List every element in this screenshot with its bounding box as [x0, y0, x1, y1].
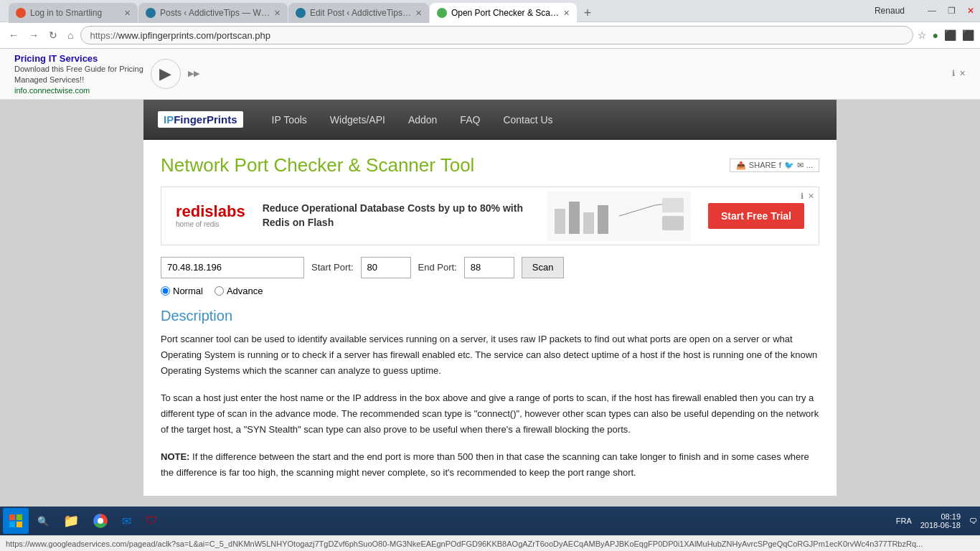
svg-rect-7 [662, 216, 684, 230]
tab-3[interactable]: Edit Post ‹ AddictiveTips… ✕ [288, 3, 429, 23]
ad-chart [547, 191, 691, 241]
ad-cta-button[interactable]: Start Free Trial [708, 203, 804, 229]
forward-button[interactable]: → [26, 29, 42, 41]
taskbar-chrome[interactable] [88, 509, 113, 532]
tab-bar: Log in to Smartling ✕ Posts ‹ AddictiveT… [6, 0, 598, 23]
ad-content: Pricing IT Services Download this Free G… [14, 53, 380, 95]
tab-2[interactable]: Posts ‹ AddictiveTips — W… ✕ [138, 3, 288, 23]
ad-play-button[interactable]: ▶ [151, 59, 181, 89]
taskbar-email[interactable]: ✉ [116, 509, 137, 532]
nav-widgets[interactable]: Widgets/API [319, 100, 397, 140]
tab-label-2: Posts ‹ AddictiveTips — W… [160, 8, 270, 18]
tab-favicon-3 [296, 8, 306, 18]
mode-normal-option[interactable]: Normal [161, 286, 203, 296]
logo-text: IPFingerPrints [164, 113, 237, 126]
extension-icon-1[interactable]: ● [933, 29, 938, 41]
clock-time: 08:19 [920, 512, 961, 521]
end-port-input[interactable] [464, 257, 514, 278]
ip-input[interactable] [161, 257, 304, 278]
close-button[interactable]: ✕ [967, 6, 974, 16]
address-bar-row: ← → ↻ ⌂ https://www.ipfingerprints.com/p… [0, 22, 980, 49]
antivirus-icon: 🛡 [146, 514, 157, 527]
mode-advance-option[interactable]: Advance [215, 286, 263, 296]
share-icon: 📤 [736, 161, 746, 170]
back-button[interactable]: ← [6, 29, 22, 41]
more-icon: ... [806, 161, 813, 169]
tab-close-3[interactable]: ✕ [415, 9, 422, 18]
scan-options: Normal Advance [161, 286, 819, 296]
star-icon[interactable]: ☆ [918, 29, 927, 41]
extension-icon-2[interactable]: ⬛ [944, 29, 956, 41]
home-button[interactable]: ⌂ [65, 29, 76, 41]
taskbar-antivirus[interactable]: 🛡 [140, 509, 163, 532]
mode-normal-radio[interactable] [161, 286, 170, 296]
logo-fp: FingerPrints [174, 113, 237, 126]
clock-date: 2018-06-18 [920, 521, 961, 529]
description-title: Description [161, 308, 819, 324]
note-bold: NOTE: [161, 451, 189, 462]
tab-label-3: Edit Post ‹ AddictiveTips… [310, 8, 411, 18]
description-para2: To scan a host just enter the host name … [161, 390, 819, 438]
ad-info-icon[interactable]: ℹ [952, 69, 955, 78]
mode-advance-radio[interactable] [215, 286, 224, 296]
start-port-input[interactable] [361, 257, 411, 278]
nav-addon[interactable]: Addon [397, 100, 448, 140]
ad-chart-svg [547, 194, 691, 237]
address-bar[interactable]: https://www.ipfingerprints.com/portscan.… [80, 26, 913, 44]
tab-favicon-1 [16, 8, 26, 18]
status-bar: https://www.googleadservices.com/pagead/… [0, 535, 980, 551]
note-text: If the difference between the start and … [161, 451, 809, 478]
tab-4[interactable]: Open Port Checker & Sca… ✕ [430, 3, 577, 23]
svg-rect-1 [569, 202, 580, 234]
scan-button[interactable]: Scan [522, 257, 565, 278]
tab-close-4[interactable]: ✕ [563, 9, 570, 18]
svg-rect-2 [583, 212, 594, 234]
nav-ip-tools[interactable]: IP Tools [260, 100, 319, 140]
nav-contact-label: Contact Us [503, 114, 552, 126]
description-para1: Port scanner tool can be used to identif… [161, 331, 819, 379]
taskbar-file-explorer[interactable]: 📁 [57, 509, 85, 532]
search-icon: 🔍 [37, 516, 49, 527]
folder-icon: 📁 [63, 513, 79, 529]
top-ad-banner: Pricing IT Services Download this Free G… [0, 49, 980, 100]
new-tab-button[interactable]: + [578, 3, 598, 23]
ad-slot-controls: ℹ ✕ [801, 192, 814, 201]
nav-faq[interactable]: FAQ [448, 100, 491, 140]
browser-user: Renaud [875, 6, 905, 16]
tab-1[interactable]: Log in to Smartling ✕ [9, 3, 138, 23]
nav-contact[interactable]: Contact Us [491, 100, 564, 140]
ad-slot-close[interactable]: ✕ [808, 192, 814, 201]
extension-icon-3[interactable]: ⬛ [962, 29, 974, 41]
logo-ip: IP [164, 113, 174, 126]
minimize-button[interactable]: — [928, 6, 936, 16]
tab-close-1[interactable]: ✕ [124, 9, 131, 18]
tab-close-2[interactable]: ✕ [274, 9, 281, 18]
maximize-button[interactable]: ❐ [948, 6, 956, 16]
taskbar-search[interactable]: 🔍 [32, 509, 55, 532]
nav-ip-tools-label: IP Tools [272, 114, 307, 126]
ad-close-icon[interactable]: ✕ [959, 69, 966, 78]
svg-rect-11 [17, 522, 22, 527]
nav-widgets-label: Widgets/API [330, 114, 385, 126]
share-button[interactable]: 📤 SHARE f 🐦 ✉ ... [730, 159, 819, 172]
start-button[interactable] [3, 508, 29, 534]
ad-text: Pricing IT Services Download this Free G… [14, 53, 143, 95]
email-taskbar-icon: ✉ [122, 514, 131, 528]
ad-subtitle: Download this Free Guide for Pricing Man… [14, 64, 143, 86]
url-display: https://www.ipfingerprints.com/portscan.… [90, 30, 270, 41]
ad-skip-label: ▶▶ [188, 69, 199, 78]
refresh-button[interactable]: ↻ [46, 29, 60, 41]
ad-slot-inner: redislabs home of redis Reduce Operation… [161, 191, 819, 241]
title-row: Network Port Checker & Scanner Tool 📤 SH… [161, 154, 819, 176]
site-wrapper: IPFingerPrints IP Tools Widgets/API Addo… [0, 100, 980, 496]
tab-label-1: Log in to Smartling [30, 8, 120, 18]
ad-slot-info[interactable]: ℹ [801, 192, 804, 201]
mode-advance-label: Advance [227, 286, 263, 296]
redis-logo: redislabs home of redis [176, 203, 245, 228]
tab-label-4: Open Port Checker & Sca… [451, 8, 559, 18]
windows-icon [9, 514, 22, 527]
notification-icon[interactable]: 🗨 [969, 517, 977, 525]
site-logo[interactable]: IPFingerPrints [158, 111, 243, 128]
ad-title: Pricing IT Services [14, 53, 143, 64]
status-url: https://www.googleadservices.com/pagead/… [6, 540, 923, 548]
